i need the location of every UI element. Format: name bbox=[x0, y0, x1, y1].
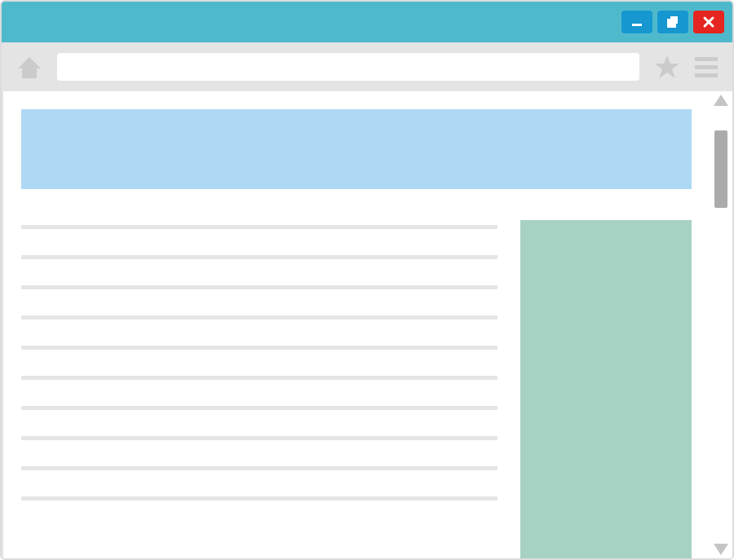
svg-rect-4 bbox=[669, 20, 674, 26]
text-line bbox=[21, 406, 497, 410]
maximize-button[interactable] bbox=[657, 11, 688, 33]
star-icon bbox=[654, 54, 680, 80]
home-icon bbox=[16, 54, 42, 80]
maximize-icon bbox=[665, 15, 680, 29]
hamburger-icon bbox=[695, 57, 718, 61]
hamburger-icon bbox=[695, 73, 718, 77]
page-viewport bbox=[3, 91, 710, 558]
minimize-icon bbox=[630, 15, 644, 29]
scroll-down-button[interactable] bbox=[714, 544, 728, 555]
page-sidebar bbox=[520, 220, 692, 558]
scroll-up-button[interactable] bbox=[714, 95, 728, 106]
favorite-button[interactable] bbox=[654, 54, 680, 80]
close-button[interactable] bbox=[693, 11, 724, 33]
browser-window bbox=[0, 0, 734, 560]
titlebar bbox=[2, 2, 732, 42]
vertical-scrollbar[interactable] bbox=[710, 91, 732, 558]
minimize-button[interactable] bbox=[621, 11, 652, 33]
svg-rect-0 bbox=[632, 24, 642, 26]
text-line bbox=[21, 436, 497, 440]
toolbar bbox=[2, 42, 732, 91]
page-main-row bbox=[21, 220, 692, 558]
page-banner bbox=[21, 109, 692, 189]
content-area bbox=[2, 91, 732, 558]
url-input[interactable] bbox=[57, 53, 639, 81]
text-line bbox=[21, 466, 497, 470]
text-column bbox=[21, 220, 497, 558]
text-line bbox=[21, 376, 497, 380]
menu-button[interactable] bbox=[695, 55, 718, 78]
text-line bbox=[21, 225, 497, 229]
text-line bbox=[21, 285, 497, 289]
text-line bbox=[21, 255, 497, 259]
scroll-thumb[interactable] bbox=[714, 130, 727, 208]
text-line bbox=[21, 346, 497, 350]
home-button[interactable] bbox=[16, 54, 42, 80]
close-icon bbox=[701, 15, 716, 29]
text-line bbox=[21, 315, 497, 320]
hamburger-icon bbox=[695, 65, 718, 69]
text-line bbox=[21, 496, 497, 500]
